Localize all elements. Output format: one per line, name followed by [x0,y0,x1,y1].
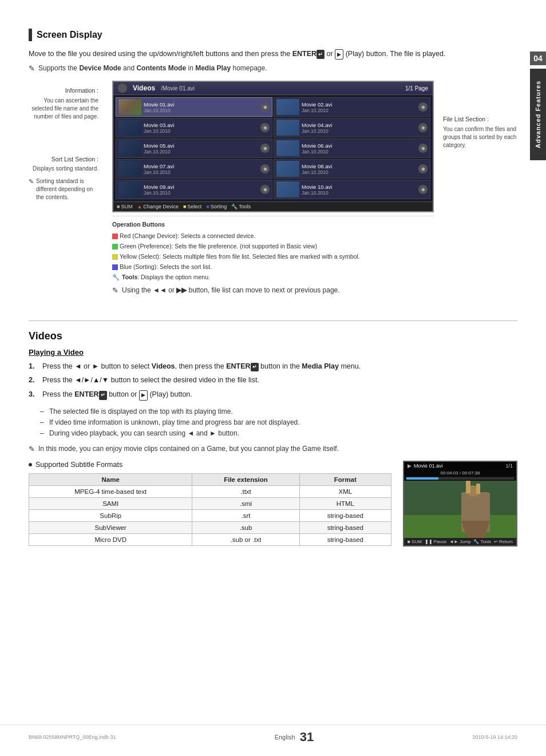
op-red: Red (Change Device): Selects a connected… [112,231,434,242]
cell: string-based [299,509,391,521]
step-3: 3. Press the ENTER↵ button or ▶ (Play) b… [29,389,517,401]
table-section: Supported Subtitle Formats Name File ext… [29,461,391,547]
vp-time-display: 00:04:03 / 00:07:38 [404,470,516,476]
page-footer: BN68-02558MNPRTQ_00Eng.indb 31 English 3… [0,725,546,745]
vb-item-date: Jan.10.2010 [144,108,258,113]
vb-thumb [276,140,299,156]
subtitle-table: Name File extension Format MPEG-4 time-b… [29,473,391,546]
heading-bar [29,29,32,41]
vb-item[interactable]: Movie 03.avi Jan.10.2010 ⊕ [116,118,272,137]
vb-item[interactable]: Movie 07.avi Jan.10.2010 ⊕ [116,159,272,179]
vp-sum: ■ SUM [407,539,422,544]
video-playback-mockup: ▶ Movie 01.avi 1/1 00:04:03 / 00:07:38 [403,461,517,547]
vb-item-info: Movie 01.avi Jan.10.2010 [144,101,258,113]
sort-label: Sort List Section : [29,155,98,164]
vb-item[interactable]: Movie 02.avi Jan.10.2010 ⊕ [274,97,430,117]
playback-section: ▶ Movie 01.avi 1/1 00:04:03 / 00:07:38 [403,461,517,547]
vb-content: Movie 01.avi Jan.10.2010 ⊕ Movie 02.avi … [113,95,433,201]
vb-item-date: Jan.10.2010 [302,169,416,175]
intro-paragraph: Move to the file you desired using the u… [29,48,517,60]
playing-video-heading: Playing a Video [29,348,517,357]
svg-rect-1 [404,515,516,538]
vb-item-info: Movie 07.avi Jan.10.2010 [144,163,258,175]
operation-buttons: Operation Buttons Red (Change Device): S… [112,216,434,308]
vb-header-icon [118,84,127,93]
vb-thumb [276,120,299,136]
vb-item-info: Movie 09.avi Jan.10.2010 [144,184,258,196]
cell: MPEG-4 time-based text [29,485,192,497]
english-label: English [275,734,295,741]
vb-page: 1/1 Page [405,85,428,92]
yellow-square [112,254,118,260]
vb-sort-icon: ⊕ [260,102,270,112]
vb-thumb [118,120,141,136]
vb-sort-icon: ⊕ [418,164,428,173]
table-row: MPEG-4 time-based text .ttxt XML [29,485,391,497]
vp-play-icon: ▶ [407,463,412,469]
red-square [112,233,118,239]
bullet-list: The selected file is displayed on the to… [40,406,517,440]
game-note: ✎ In this mode, you can enjoy movie clip… [29,444,517,455]
vb-item[interactable]: Movie 09.avi Jan.10.2010 ⊕ [116,180,272,199]
col-name: Name [29,473,192,485]
vp-header: ▶ Movie 01.avi 1/1 [404,462,516,470]
vb-thumb [276,181,299,197]
cell: SubRip [29,509,192,521]
op-green: Green (Preference): Sets the file prefer… [112,242,434,252]
vb-item-name: Movie 02.avi [302,101,416,108]
vb-thumb [118,99,141,115]
op-title: Operation Buttons [112,220,434,230]
vb-sort-icon: ⊕ [418,123,428,132]
vb-item-info: Movie 04.avi Jan.10.2010 [302,122,416,134]
vb-footer-select[interactable]: ■ Select [183,204,201,209]
vb-item-name: Movie 08.avi [302,163,416,169]
vb-thumb [118,161,141,177]
op-note: ✎ Using the ◄◄ or ▶▶ button, file list c… [112,284,434,297]
vb-item[interactable]: Movie 04.avi Jan.10.2010 ⊕ [274,118,430,137]
bullet-3: During video playback, you can search us… [40,428,517,439]
vb-item-date: Jan.10.2010 [302,128,416,134]
vb-item[interactable]: Movie 10.avi Jan.10.2010 ⊕ [274,180,430,199]
steps-list: 1. Press the ◄ or ► button to select Vid… [29,361,517,401]
info-label: Information : [29,86,98,95]
vb-sort-icon: ⊕ [418,102,428,112]
vb-item[interactable]: Movie 05.avi Jan.10.2010 ⊕ [116,138,272,158]
vb-thumb [276,161,299,177]
vb-item-info: Movie 08.avi Jan.10.2010 [302,163,416,175]
cell: .smi [192,497,299,509]
vp-jump: ◄► Jump [449,539,471,544]
table-row: SubViewer .sub string-based [29,521,391,533]
vb-footer-sorting[interactable]: ■ Sorting [206,204,227,209]
section-divider [29,320,517,321]
vb-footer-change[interactable]: ▲ Change Device [137,204,178,209]
vb-item-date: Jan.10.2010 [144,128,258,134]
vb-item-info: Movie 05.avi Jan.10.2010 [144,143,258,155]
op-yellow: Yellow (Select): Selects multiple files … [112,252,434,262]
vb-item-date: Jan.10.2010 [144,190,258,196]
file-list-label: File List Section : [443,115,517,124]
cell: string-based [299,533,391,545]
vb-footer-tools[interactable]: 🔧 Tools [231,204,251,209]
vp-filename: Movie 01.avi [414,463,503,469]
note-icon: ✎ [29,64,35,73]
vb-item-date: Jan.10.2010 [302,190,416,196]
vb-footer-sum: ■ SUM [117,204,132,209]
cell: .sub [192,521,299,533]
vb-item-info: Movie 06.avi Jan.10.2010 [302,143,416,155]
vp-pause: ❚❚ Pause [425,539,447,544]
table-row: Micro DVD .sub or .txt string-based [29,533,391,545]
sort-desc: Displays sorting standard. [29,165,98,173]
vb-item[interactable]: Movie 01.avi Jan.10.2010 ⊕ [116,97,272,117]
vb-item[interactable]: Movie 08.avi Jan.10.2010 ⊕ [274,159,430,179]
cell: string-based [299,521,391,533]
vb-thumb [118,181,141,197]
vb-item[interactable]: Movie 06.avi Jan.10.2010 ⊕ [274,138,430,158]
video-browser: Videos /Movie 01.avi 1/1 Page Movie 01.a… [112,81,434,212]
screen-display-heading: Screen Display [29,29,517,41]
supports-note: ✎ Supports the Device Mode and Contents … [29,64,517,73]
svg-rect-4 [466,481,470,493]
sort-note: Sorting standard is different depending … [36,177,98,201]
vp-footer: ■ SUM ❚❚ Pause ◄► Jump 🔧 Tools ↩ Return [404,538,516,545]
sort-note-block: ✎ Sorting standard is different dependin… [29,177,103,201]
side-tab-number: 04 [530,52,546,65]
